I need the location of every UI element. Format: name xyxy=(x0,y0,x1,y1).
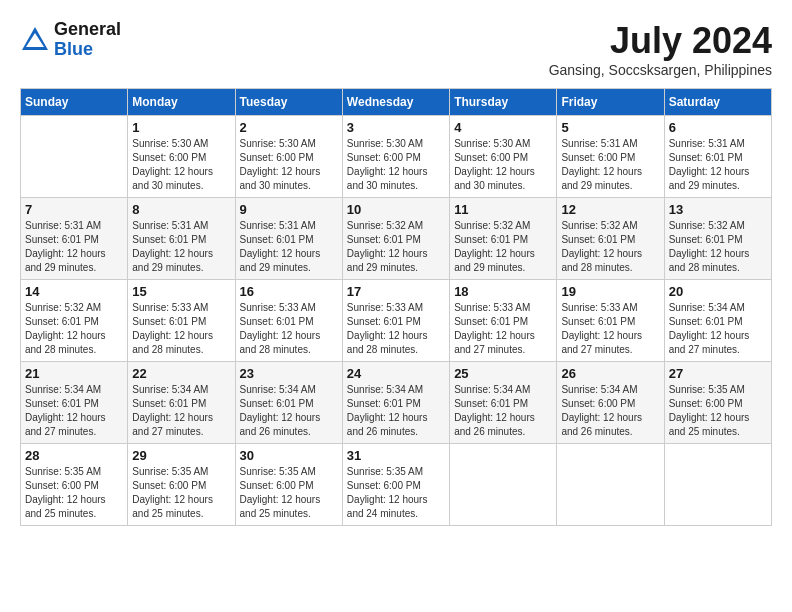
logo: General Blue xyxy=(20,20,121,60)
calendar-cell: 10Sunrise: 5:32 AMSunset: 6:01 PMDayligh… xyxy=(342,198,449,280)
calendar-cell: 9Sunrise: 5:31 AMSunset: 6:01 PMDaylight… xyxy=(235,198,342,280)
calendar-cell: 23Sunrise: 5:34 AMSunset: 6:01 PMDayligh… xyxy=(235,362,342,444)
calendar-cell xyxy=(21,116,128,198)
day-info: Sunrise: 5:32 AMSunset: 6:01 PMDaylight:… xyxy=(561,219,659,275)
calendar-cell: 18Sunrise: 5:33 AMSunset: 6:01 PMDayligh… xyxy=(450,280,557,362)
calendar-cell: 17Sunrise: 5:33 AMSunset: 6:01 PMDayligh… xyxy=(342,280,449,362)
calendar-cell: 6Sunrise: 5:31 AMSunset: 6:01 PMDaylight… xyxy=(664,116,771,198)
logo-icon xyxy=(20,25,50,55)
month-year-title: July 2024 xyxy=(549,20,772,62)
calendar-cell: 15Sunrise: 5:33 AMSunset: 6:01 PMDayligh… xyxy=(128,280,235,362)
day-number: 23 xyxy=(240,366,338,381)
calendar-cell: 8Sunrise: 5:31 AMSunset: 6:01 PMDaylight… xyxy=(128,198,235,280)
calendar-header-thursday: Thursday xyxy=(450,89,557,116)
day-info: Sunrise: 5:33 AMSunset: 6:01 PMDaylight:… xyxy=(561,301,659,357)
day-number: 11 xyxy=(454,202,552,217)
day-number: 9 xyxy=(240,202,338,217)
calendar-cell: 3Sunrise: 5:30 AMSunset: 6:00 PMDaylight… xyxy=(342,116,449,198)
title-block: July 2024 Gansing, Soccsksargen, Philipp… xyxy=(549,20,772,78)
day-info: Sunrise: 5:35 AMSunset: 6:00 PMDaylight:… xyxy=(669,383,767,439)
calendar-cell: 21Sunrise: 5:34 AMSunset: 6:01 PMDayligh… xyxy=(21,362,128,444)
calendar-cell xyxy=(450,444,557,526)
day-number: 1 xyxy=(132,120,230,135)
calendar-cell xyxy=(557,444,664,526)
day-number: 22 xyxy=(132,366,230,381)
day-number: 25 xyxy=(454,366,552,381)
day-number: 2 xyxy=(240,120,338,135)
day-info: Sunrise: 5:35 AMSunset: 6:00 PMDaylight:… xyxy=(25,465,123,521)
calendar-week-row: 1Sunrise: 5:30 AMSunset: 6:00 PMDaylight… xyxy=(21,116,772,198)
calendar-cell: 4Sunrise: 5:30 AMSunset: 6:00 PMDaylight… xyxy=(450,116,557,198)
calendar-cell: 26Sunrise: 5:34 AMSunset: 6:00 PMDayligh… xyxy=(557,362,664,444)
day-info: Sunrise: 5:30 AMSunset: 6:00 PMDaylight:… xyxy=(347,137,445,193)
calendar-cell: 20Sunrise: 5:34 AMSunset: 6:01 PMDayligh… xyxy=(664,280,771,362)
calendar-header-row: SundayMondayTuesdayWednesdayThursdayFrid… xyxy=(21,89,772,116)
day-number: 8 xyxy=(132,202,230,217)
calendar-cell: 29Sunrise: 5:35 AMSunset: 6:00 PMDayligh… xyxy=(128,444,235,526)
day-number: 6 xyxy=(669,120,767,135)
calendar-cell: 11Sunrise: 5:32 AMSunset: 6:01 PMDayligh… xyxy=(450,198,557,280)
day-number: 7 xyxy=(25,202,123,217)
calendar-cell: 24Sunrise: 5:34 AMSunset: 6:01 PMDayligh… xyxy=(342,362,449,444)
day-info: Sunrise: 5:34 AMSunset: 6:01 PMDaylight:… xyxy=(132,383,230,439)
day-info: Sunrise: 5:34 AMSunset: 6:01 PMDaylight:… xyxy=(347,383,445,439)
day-info: Sunrise: 5:33 AMSunset: 6:01 PMDaylight:… xyxy=(347,301,445,357)
calendar-header-sunday: Sunday xyxy=(21,89,128,116)
day-number: 3 xyxy=(347,120,445,135)
calendar-header-monday: Monday xyxy=(128,89,235,116)
calendar-cell: 2Sunrise: 5:30 AMSunset: 6:00 PMDaylight… xyxy=(235,116,342,198)
day-number: 31 xyxy=(347,448,445,463)
calendar-week-row: 7Sunrise: 5:31 AMSunset: 6:01 PMDaylight… xyxy=(21,198,772,280)
day-number: 30 xyxy=(240,448,338,463)
day-number: 12 xyxy=(561,202,659,217)
day-info: Sunrise: 5:31 AMSunset: 6:00 PMDaylight:… xyxy=(561,137,659,193)
calendar-cell: 27Sunrise: 5:35 AMSunset: 6:00 PMDayligh… xyxy=(664,362,771,444)
calendar-header-friday: Friday xyxy=(557,89,664,116)
day-info: Sunrise: 5:35 AMSunset: 6:00 PMDaylight:… xyxy=(240,465,338,521)
day-number: 10 xyxy=(347,202,445,217)
page-header: General Blue July 2024 Gansing, Soccsksa… xyxy=(20,20,772,78)
day-info: Sunrise: 5:30 AMSunset: 6:00 PMDaylight:… xyxy=(454,137,552,193)
day-number: 18 xyxy=(454,284,552,299)
day-info: Sunrise: 5:32 AMSunset: 6:01 PMDaylight:… xyxy=(25,301,123,357)
day-info: Sunrise: 5:32 AMSunset: 6:01 PMDaylight:… xyxy=(347,219,445,275)
day-info: Sunrise: 5:32 AMSunset: 6:01 PMDaylight:… xyxy=(454,219,552,275)
day-number: 19 xyxy=(561,284,659,299)
calendar-cell: 5Sunrise: 5:31 AMSunset: 6:00 PMDaylight… xyxy=(557,116,664,198)
day-number: 20 xyxy=(669,284,767,299)
calendar-cell: 30Sunrise: 5:35 AMSunset: 6:00 PMDayligh… xyxy=(235,444,342,526)
day-number: 29 xyxy=(132,448,230,463)
logo-general-text: General xyxy=(54,20,121,40)
day-info: Sunrise: 5:35 AMSunset: 6:00 PMDaylight:… xyxy=(132,465,230,521)
calendar-week-row: 21Sunrise: 5:34 AMSunset: 6:01 PMDayligh… xyxy=(21,362,772,444)
calendar-header-saturday: Saturday xyxy=(664,89,771,116)
day-info: Sunrise: 5:33 AMSunset: 6:01 PMDaylight:… xyxy=(132,301,230,357)
day-number: 27 xyxy=(669,366,767,381)
calendar-cell: 13Sunrise: 5:32 AMSunset: 6:01 PMDayligh… xyxy=(664,198,771,280)
day-info: Sunrise: 5:31 AMSunset: 6:01 PMDaylight:… xyxy=(25,219,123,275)
day-info: Sunrise: 5:31 AMSunset: 6:01 PMDaylight:… xyxy=(240,219,338,275)
day-number: 16 xyxy=(240,284,338,299)
calendar-week-row: 14Sunrise: 5:32 AMSunset: 6:01 PMDayligh… xyxy=(21,280,772,362)
day-number: 21 xyxy=(25,366,123,381)
calendar-cell: 12Sunrise: 5:32 AMSunset: 6:01 PMDayligh… xyxy=(557,198,664,280)
day-info: Sunrise: 5:33 AMSunset: 6:01 PMDaylight:… xyxy=(240,301,338,357)
day-info: Sunrise: 5:31 AMSunset: 6:01 PMDaylight:… xyxy=(669,137,767,193)
day-info: Sunrise: 5:33 AMSunset: 6:01 PMDaylight:… xyxy=(454,301,552,357)
day-number: 24 xyxy=(347,366,445,381)
day-info: Sunrise: 5:34 AMSunset: 6:01 PMDaylight:… xyxy=(240,383,338,439)
day-info: Sunrise: 5:32 AMSunset: 6:01 PMDaylight:… xyxy=(669,219,767,275)
day-number: 14 xyxy=(25,284,123,299)
calendar-cell xyxy=(664,444,771,526)
location-subtitle: Gansing, Soccsksargen, Philippines xyxy=(549,62,772,78)
calendar-cell: 1Sunrise: 5:30 AMSunset: 6:00 PMDaylight… xyxy=(128,116,235,198)
day-number: 13 xyxy=(669,202,767,217)
calendar-cell: 28Sunrise: 5:35 AMSunset: 6:00 PMDayligh… xyxy=(21,444,128,526)
day-number: 4 xyxy=(454,120,552,135)
day-info: Sunrise: 5:34 AMSunset: 6:01 PMDaylight:… xyxy=(669,301,767,357)
day-info: Sunrise: 5:30 AMSunset: 6:00 PMDaylight:… xyxy=(240,137,338,193)
calendar-cell: 22Sunrise: 5:34 AMSunset: 6:01 PMDayligh… xyxy=(128,362,235,444)
calendar-cell: 14Sunrise: 5:32 AMSunset: 6:01 PMDayligh… xyxy=(21,280,128,362)
day-number: 5 xyxy=(561,120,659,135)
calendar-cell: 7Sunrise: 5:31 AMSunset: 6:01 PMDaylight… xyxy=(21,198,128,280)
